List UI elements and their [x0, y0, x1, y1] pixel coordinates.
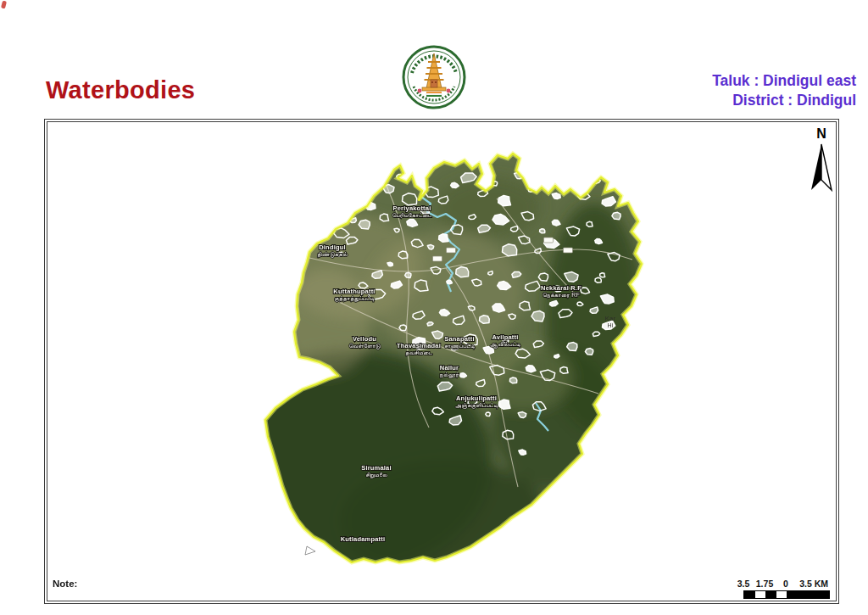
- waterbody-polygon: [537, 176, 549, 185]
- svg-text:Vellodu: Vellodu: [353, 335, 376, 343]
- waterbody-polygon: [503, 244, 517, 256]
- place-label: Nallurநல்லூர்: [440, 364, 459, 378]
- waterbody-polygon: [509, 377, 516, 383]
- road-shield: [544, 238, 554, 243]
- place-label: Nekkarai R.Fநெக்காரை RF: [541, 284, 581, 299]
- scale-label-3-5km: 3.5 KM: [799, 579, 828, 589]
- place-label: Avilpattiஆவில்பட்டி: [490, 333, 520, 349]
- satellite-map: Dindigulதிண்டுக்கல்Periyakottaiபெரியகோட்…: [47, 122, 836, 601]
- waterbody-polygon: [427, 322, 433, 326]
- map-sheet-header-right: Taluk : Dindigul east District : Dindigu…: [712, 71, 856, 110]
- svg-text:நல்லூர்: நல்லூர்: [440, 372, 459, 378]
- waterbody-polygon: [554, 355, 559, 358]
- satellite-texture: [213, 176, 643, 582]
- svg-text:Avilpatti: Avilpatti: [492, 333, 518, 341]
- waterbody-polygon: [565, 177, 577, 187]
- waterbody-polygon: [612, 212, 620, 219]
- waterbody-polygon: [498, 196, 511, 206]
- svg-text:குத்தாத்துப்பட்டி: குத்தாத்துப்பட்டி: [334, 295, 374, 302]
- road-shield: [564, 248, 573, 253]
- place-label: Sanapattiசாணாப்பட்டி: [444, 335, 475, 349]
- waterbody-polygon: [585, 349, 593, 355]
- svg-text:Sirumalai: Sirumalai: [361, 464, 392, 472]
- svg-text:Kar: Kar: [605, 315, 616, 322]
- waterbody-polygon: [540, 229, 545, 233]
- svg-text:பெரியகோட்டை: பெரியகோட்டை: [392, 212, 432, 219]
- road-shield: [433, 256, 442, 261]
- page-title: Waterbodies: [46, 76, 195, 104]
- north-label: N: [802, 127, 837, 141]
- tamil-nadu-emblem-icon: [400, 42, 468, 114]
- svg-text:வெள்ளோடு: வெள்ளோடு: [348, 343, 381, 349]
- scale-label-3-5: 3.5: [737, 579, 750, 589]
- place-label: Kutladampatti: [341, 535, 386, 543]
- waterbody-polygon: [372, 180, 377, 184]
- svg-text:Kutladampatti: Kutladampatti: [341, 535, 386, 543]
- svg-text:Anjukulipatti: Anjukulipatti: [456, 394, 497, 402]
- scale-labels: 3.5 1.75 0 3.5 KM: [732, 579, 836, 590]
- note-heading: Note:: [53, 578, 417, 590]
- road-shield: [447, 248, 456, 253]
- place-label: Periyakottaiபெரியகோட்டை: [392, 204, 432, 219]
- svg-text:திண்டுக்கல்: திண்டுக்கல்: [317, 251, 348, 258]
- svg-text:Periyakottai: Periyakottai: [393, 204, 431, 212]
- svg-text:சிறுமலை: சிறுமலை: [365, 472, 387, 478]
- north-arrow: N: [802, 127, 837, 200]
- scale-label-0: 0: [783, 579, 788, 589]
- scale-bar-graphic: [743, 590, 830, 599]
- place-label: Dindigulதிண்டுக்கல்: [317, 243, 348, 258]
- svg-text:Sanapatti: Sanapatti: [444, 335, 475, 343]
- svg-text:தவசிமடை: தவசிமடை: [405, 349, 432, 356]
- place-label: Velloduவெள்ளோடு: [348, 335, 381, 349]
- waterbody-polygon: [498, 400, 510, 409]
- taluk-label: Taluk : Dindigul east: [712, 71, 856, 91]
- svg-text:Kuttathupatti: Kuttathupatti: [333, 288, 375, 295]
- svg-text:Thavasimadai: Thavasimadai: [397, 342, 441, 349]
- place-label: Kuttathupattiகுத்தாத்துப்பட்டி: [333, 288, 375, 302]
- scale-label-1-75: 1.75: [756, 579, 773, 589]
- map-canvas: Dindigulதிண்டுக்கல்Periyakottaiபெரியகோட்…: [47, 121, 837, 601]
- waterbody-polygon: [405, 272, 411, 277]
- district-label: District : Dindigul: [712, 91, 856, 110]
- svg-text:நெக்காரை RF: நெக்காரை RF: [542, 292, 580, 299]
- north-arrow-icon: [804, 141, 837, 197]
- scale-bar: 3.5 1.75 0 3.5 KM: [732, 579, 836, 601]
- waterbody-polygon: [447, 280, 453, 284]
- waterbody-polygon: [439, 234, 449, 243]
- map-note: Note: 1) Boundaries of all the water bod…: [53, 553, 417, 601]
- map-frame: Dindigulதிண்டுக்கல்Periyakottaiபெரியகோட்…: [44, 119, 839, 604]
- waterbody-polygon: [387, 262, 393, 266]
- svg-text:சாணாப்பட்டி: சாணாப்பட்டி: [444, 343, 475, 349]
- waterbody-polygon: [456, 267, 469, 277]
- place-label: Sirumalaiசிறுமலை: [361, 464, 392, 478]
- corner-artifact: [1, 1, 7, 9]
- svg-text:Nallur: Nallur: [440, 364, 459, 372]
- place-label: Anjukulipattiஅஞ்சுகுளிப்பட்டி: [455, 394, 498, 409]
- waterbody-polygon: [480, 316, 490, 324]
- svg-text:அஞ்சுகுளிப்பட்டி: அஞ்சுகுளிப்பட்டி: [455, 402, 498, 409]
- waterbody-polygon: [567, 343, 577, 351]
- svg-text:Hi: Hi: [607, 322, 613, 328]
- svg-text:Dindigul: Dindigul: [319, 243, 346, 251]
- svg-text:Nekkarai R.F: Nekkarai R.F: [541, 284, 581, 292]
